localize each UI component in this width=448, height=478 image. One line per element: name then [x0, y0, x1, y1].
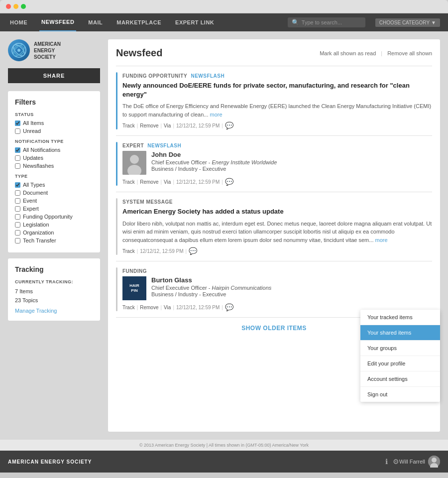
feed-title-3[interactable]: American Energy Society has added a stat…	[122, 207, 432, 216]
organization-checkbox[interactable]	[15, 230, 20, 236]
timestamp-2: 12/12/12, 12:59 PM	[176, 179, 220, 185]
feed-category-1: Funding Opportunity	[122, 73, 187, 79]
track-link-3[interactable]: Track	[122, 248, 135, 254]
all-types-checkbox[interactable]	[15, 182, 20, 188]
expert-info-4: Burton Glass Chief Executive Officer - H…	[151, 276, 432, 300]
content-header: Newsfeed Mark all shown as read | Remove…	[116, 47, 432, 59]
expert-checkbox[interactable]	[15, 206, 20, 212]
remove-link-1[interactable]: Remove	[140, 123, 158, 128]
comment-icon-3[interactable]: 💬	[189, 247, 197, 255]
comment-icon-4[interactable]: 💬	[225, 303, 233, 311]
filter-expert[interactable]: Expert	[15, 206, 93, 212]
close-dot[interactable]	[6, 4, 11, 9]
expert-name-2[interactable]: John Doe	[151, 151, 432, 158]
dropdown-groups[interactable]: Your groups	[360, 341, 440, 356]
feed-title-1[interactable]: Newly announced DoE/EERE funds for priva…	[122, 81, 432, 99]
type-label: Type	[15, 174, 93, 179]
share-button[interactable]: SHARE	[8, 68, 100, 83]
feed-tags-2: Expert Newsflash	[122, 142, 432, 149]
tracking-panel: Tracking Currently Tracking: 7 Items 23 …	[8, 258, 100, 321]
svg-point-6	[130, 155, 139, 164]
footer-username: Will Farrell	[399, 459, 425, 465]
event-checkbox[interactable]	[15, 198, 20, 204]
feed-meta-2: Track | Remove | Via | 12/12/12, 12:59 P…	[122, 178, 432, 186]
filter-all-notifications[interactable]: All Notifications	[15, 147, 93, 153]
filter-updates[interactable]: Updates	[15, 155, 93, 161]
dropdown-edit-profile[interactable]: Edit your profile	[360, 356, 440, 371]
search-bar: 🔍	[288, 17, 365, 27]
comment-icon-2[interactable]: 💬	[225, 178, 233, 186]
filter-document[interactable]: Document	[15, 190, 93, 196]
nav-mail[interactable]: Mail	[86, 13, 105, 31]
filter-legislation[interactable]: Legislation	[15, 222, 93, 228]
updates-checkbox[interactable]	[15, 155, 20, 161]
browser-chrome	[0, 0, 448, 13]
logo-area: AMERICANENERGYSOCIETY	[8, 39, 100, 61]
legislation-checkbox[interactable]	[15, 222, 20, 228]
nav-marketplace[interactable]: Marketplace	[114, 13, 163, 31]
via-link-1[interactable]: Via	[164, 123, 171, 128]
remove-link-4[interactable]: Remove	[140, 305, 158, 310]
track-link-2[interactable]: Track	[122, 179, 135, 185]
via-link-2[interactable]: Via	[164, 179, 171, 185]
all-notifications-checkbox[interactable]	[15, 147, 20, 153]
filter-all-types[interactable]: All Types	[15, 182, 93, 188]
minimize-dot[interactable]	[13, 4, 18, 9]
search-icon: 🔍	[292, 19, 299, 26]
newsflashes-checkbox[interactable]	[15, 163, 20, 169]
remove-all-link[interactable]: Remove all shown	[387, 50, 432, 56]
nav-newsfeed[interactable]: Newsfeed	[39, 13, 76, 31]
nav-expert-link[interactable]: Expert Link	[173, 13, 216, 31]
track-link-4[interactable]: Track	[122, 305, 135, 310]
funding-opportunity-checkbox[interactable]	[15, 214, 20, 220]
filter-funding-opportunity[interactable]: Funding Opportunity	[15, 214, 93, 220]
filter-organization[interactable]: Organization	[15, 230, 93, 236]
expert-title-2: Chief Executive Officer - Energy Institu…	[151, 159, 432, 165]
sidebar: AMERICANENERGYSOCIETY SHARE Filters Stat…	[8, 39, 100, 432]
search-input[interactable]	[302, 19, 361, 25]
dropdown-shared-items[interactable]: Your shared items	[360, 325, 440, 341]
via-link-4[interactable]: Via	[164, 305, 171, 310]
navbar: Home Newsfeed Mail Marketplace Expert Li…	[0, 13, 448, 31]
filter-unread[interactable]: Unread	[15, 128, 93, 134]
all-items-checkbox[interactable]	[15, 120, 20, 126]
more-link-1[interactable]: more	[210, 112, 223, 118]
footer: American Energy Society ℹ ⚙ Will Farrell	[0, 451, 448, 473]
dropdown-account-settings[interactable]: Account settings	[360, 371, 440, 387]
dropdown-tracked-items[interactable]: Your tracked items	[360, 310, 440, 325]
remove-link-2[interactable]: Remove	[140, 179, 158, 185]
timestamp-3: 12/12/12, 12:59 PM	[140, 248, 183, 254]
info-icon[interactable]: ℹ	[385, 458, 388, 466]
maximize-dot[interactable]	[21, 4, 26, 9]
expert-name-4[interactable]: Burton Glass	[151, 276, 432, 284]
category-button[interactable]: CHOOSE CATEGORY ▼	[375, 18, 440, 27]
filter-newsflashes[interactable]: Newsflashes	[15, 163, 93, 169]
tracking-topics-count: 23 Topics	[15, 296, 93, 305]
filter-tech-transfer[interactable]: Tech Transfer	[15, 238, 93, 243]
comment-icon-1[interactable]: 💬	[225, 121, 233, 129]
expert-title-4: Chief Executive Officer - Hairpin Commun…	[151, 285, 432, 291]
feed-meta-1: Track | Remove | Via | 12/12/12, 12:59 P…	[122, 121, 432, 129]
mark-all-read-link[interactable]: Mark all shown as read	[320, 50, 376, 56]
feed-excerpt-3: Dolor libero nibh, volutpat non mattis a…	[122, 220, 432, 244]
unread-checkbox[interactable]	[15, 128, 20, 134]
hairpin-logo: HAIRPIN	[122, 276, 146, 300]
dropdown-sign-out[interactable]: Sign out	[360, 387, 440, 402]
document-checkbox[interactable]	[15, 190, 20, 196]
manage-tracking-link[interactable]: Manage Tracking	[15, 308, 93, 314]
more-link-3[interactable]: more	[375, 237, 388, 243]
page-title: Newsfeed	[116, 47, 320, 59]
track-link-1[interactable]: Track	[122, 123, 135, 128]
footer-logo: American Energy Society	[8, 459, 385, 465]
feed-tag-newsflash-1: Newsflash	[191, 73, 224, 79]
gear-icon[interactable]: ⚙	[393, 458, 399, 466]
filter-event[interactable]: Event	[15, 198, 93, 204]
feed-indicator-4	[116, 267, 117, 311]
browser-dots	[6, 4, 442, 13]
header-actions: Mark all shown as read | Remove all show…	[320, 50, 432, 56]
logo-icon	[8, 39, 30, 61]
nav-home[interactable]: Home	[8, 13, 29, 31]
tech-transfer-checkbox[interactable]	[15, 238, 20, 243]
filter-all-items[interactable]: All Items	[15, 120, 93, 126]
feed-meta-3: Track | 12/12/12, 12:59 PM | 💬	[122, 247, 432, 255]
